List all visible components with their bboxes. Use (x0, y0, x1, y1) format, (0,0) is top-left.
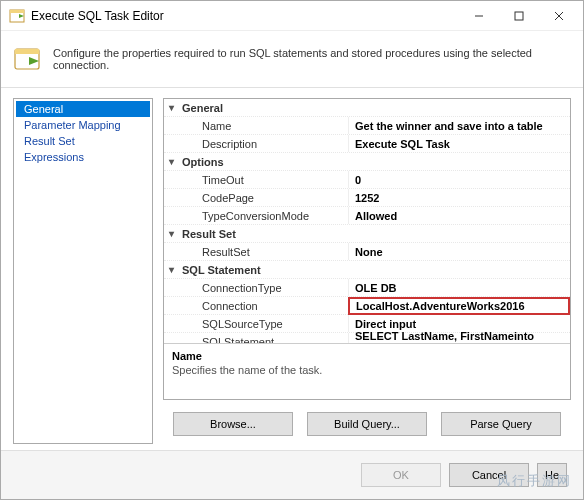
category-label: SQL Statement (178, 264, 348, 276)
description-name: Name (172, 350, 562, 362)
collapse-icon[interactable]: ▾ (164, 102, 178, 113)
ok-button[interactable]: OK (361, 463, 441, 487)
property-key: SQLStatement (178, 336, 348, 344)
main-area: GeneralParameter MappingResult SetExpres… (1, 88, 583, 450)
footer: OK Cancel He (1, 450, 583, 499)
property-row[interactable]: SQLStatementSELECT LastName, FirstNamein… (164, 333, 570, 343)
property-row[interactable]: CodePage1252 (164, 189, 570, 207)
property-row[interactable]: ResultSetNone (164, 243, 570, 261)
property-key: ConnectionType (178, 282, 348, 294)
sidebar-item-parameter-mapping[interactable]: Parameter Mapping (16, 117, 150, 133)
property-key: TypeConversionMode (178, 210, 348, 222)
category-label: General (178, 102, 348, 114)
content-area: ▾GeneralNameGet the winner and save into… (163, 98, 571, 444)
sidebar-item-general[interactable]: General (16, 101, 150, 117)
category-label: Options (178, 156, 348, 168)
property-row[interactable]: ConnectionLocalHost.AdventureWorks2016 (164, 297, 570, 315)
property-row[interactable]: TypeConversionModeAllowed (164, 207, 570, 225)
description-panel: Name Specifies the name of the task. (164, 343, 570, 399)
svg-rect-4 (515, 12, 523, 20)
sidebar-item-result-set[interactable]: Result Set (16, 133, 150, 149)
property-category[interactable]: ▾Result Set (164, 225, 570, 243)
property-key: Description (178, 138, 348, 150)
property-value[interactable]: OLE DB (348, 279, 570, 296)
cancel-button[interactable]: Cancel (449, 463, 529, 487)
sidebar-item-expressions[interactable]: Expressions (16, 149, 150, 165)
property-grid: ▾GeneralNameGet the winner and save into… (163, 98, 571, 400)
window-title: Execute SQL Task Editor (31, 9, 459, 23)
browse-button[interactable]: Browse... (173, 412, 293, 436)
help-button-truncated[interactable]: He (537, 463, 567, 487)
svg-rect-1 (10, 10, 24, 13)
collapse-icon[interactable]: ▾ (164, 264, 178, 275)
property-value[interactable]: SELECT LastName, FirstNameinto dbo.winn (348, 333, 570, 343)
close-button[interactable] (539, 2, 579, 30)
collapse-icon[interactable]: ▾ (164, 228, 178, 239)
property-value[interactable]: 0 (348, 171, 570, 188)
description-text: Specifies the name of the task. (172, 364, 562, 376)
property-key: TimeOut (178, 174, 348, 186)
property-rows[interactable]: ▾GeneralNameGet the winner and save into… (164, 99, 570, 343)
property-row[interactable]: NameGet the winner and save into a table (164, 117, 570, 135)
property-category[interactable]: ▾General (164, 99, 570, 117)
task-icon (13, 45, 41, 73)
property-row[interactable]: DescriptionExecute SQL Task (164, 135, 570, 153)
dialog-window: Execute SQL Task Editor Configure the pr… (0, 0, 584, 500)
property-row[interactable]: ConnectionTypeOLE DB (164, 279, 570, 297)
titlebar: Execute SQL Task Editor (1, 1, 583, 31)
property-key: ResultSet (178, 246, 348, 258)
property-key: Name (178, 120, 348, 132)
action-button-row: Browse... Build Query... Parse Query (163, 408, 571, 444)
maximize-button[interactable] (499, 2, 539, 30)
svg-rect-8 (15, 49, 39, 54)
category-label: Result Set (178, 228, 348, 240)
property-value[interactable]: Execute SQL Task (348, 135, 570, 152)
property-category[interactable]: ▾SQL Statement (164, 261, 570, 279)
property-key: CodePage (178, 192, 348, 204)
property-key: Connection (178, 300, 348, 312)
property-key: SQLSourceType (178, 318, 348, 330)
info-bar: Configure the properties required to run… (1, 31, 583, 88)
app-icon (9, 8, 25, 24)
minimize-button[interactable] (459, 2, 499, 30)
info-text: Configure the properties required to run… (53, 45, 567, 71)
build-query-button[interactable]: Build Query... (307, 412, 427, 436)
collapse-icon[interactable]: ▾ (164, 156, 178, 167)
property-row[interactable]: TimeOut0 (164, 171, 570, 189)
property-value[interactable]: 1252 (348, 189, 570, 206)
parse-query-button[interactable]: Parse Query (441, 412, 561, 436)
property-value[interactable]: None (348, 243, 570, 260)
property-value[interactable]: Get the winner and save into a table (348, 117, 570, 134)
property-value[interactable]: LocalHost.AdventureWorks2016 (348, 297, 570, 315)
property-value[interactable]: Allowed (348, 207, 570, 224)
sidebar: GeneralParameter MappingResult SetExpres… (13, 98, 153, 444)
property-category[interactable]: ▾Options (164, 153, 570, 171)
